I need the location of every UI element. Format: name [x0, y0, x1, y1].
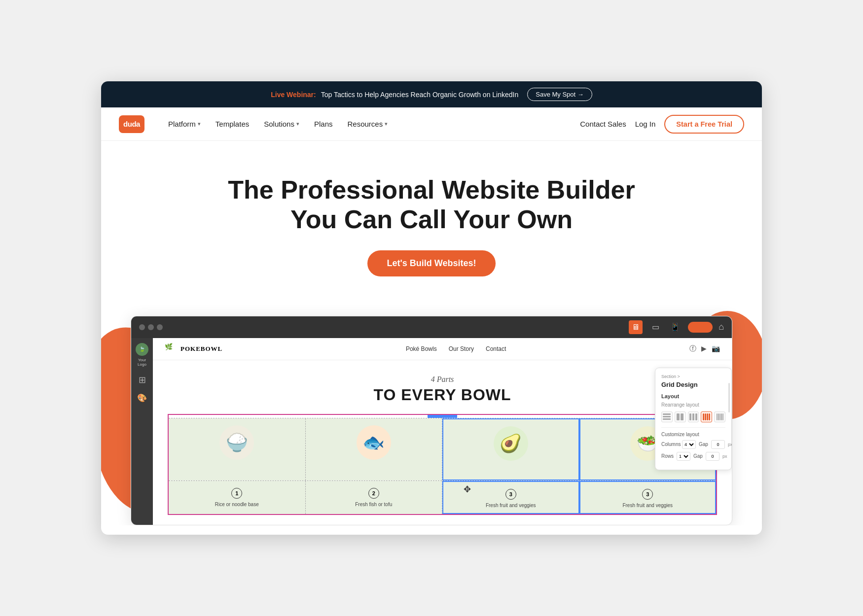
- contact-sales-link[interactable]: Contact Sales: [580, 120, 626, 128]
- youtube-icon[interactable]: ▶: [701, 344, 707, 353]
- grid-label-cell-4: 3 Fresh fruit and veggies: [579, 481, 717, 514]
- grid-cell-1: 🍚: [169, 418, 306, 480]
- announcement-text: Top Tactics to Help Agencies Reach Organ…: [321, 91, 519, 99]
- pokebowl-logo: 🌿 POKEBOWL: [165, 343, 222, 355]
- columns-field-row: Columns 4 1 2 3 Gap px: [661, 440, 725, 449]
- panel-title: Grid Design: [661, 381, 725, 388]
- grid-cell-2: 🐟: [306, 418, 443, 480]
- nav-templates[interactable]: Templates: [210, 116, 255, 132]
- site-nav-story[interactable]: Our Story: [449, 345, 474, 352]
- start-trial-button[interactable]: Start a Free Trial: [664, 115, 744, 134]
- item-number-4: 3: [642, 489, 653, 500]
- grid-labels-row: 1 Rice or noodle base 2 Fresh fish or to…: [169, 480, 716, 514]
- row-gap-label: Gap: [693, 453, 703, 459]
- layout-2col[interactable]: [675, 411, 686, 422]
- solutions-chevron-icon: ▾: [296, 121, 299, 127]
- chrome-dot-1: [139, 324, 145, 330]
- nav-right: Contact Sales Log In Start a Free Trial: [580, 115, 744, 134]
- publish-toggle[interactable]: [688, 322, 713, 333]
- layout-3col[interactable]: [688, 411, 699, 422]
- item-number-3: 3: [505, 489, 516, 500]
- grid-label-cell-2: 2 Fresh fish or tofu: [306, 481, 443, 514]
- col-gap-unit: px: [728, 442, 732, 447]
- columns-label: Columns: [661, 442, 679, 447]
- nav-solutions[interactable]: Solutions ▾: [258, 116, 305, 132]
- chrome-dot-3: [157, 324, 163, 330]
- layout-custom[interactable]: [714, 411, 725, 422]
- panel-scrollbar[interactable]: [728, 383, 730, 412]
- layers-icon[interactable]: ⊞: [139, 375, 146, 385]
- facebook-icon[interactable]: ⓕ: [689, 344, 696, 353]
- item-number-1: 1: [231, 488, 242, 499]
- desktop-icon[interactable]: 🖥: [629, 320, 643, 334]
- logo-wrap[interactable]: duda: [119, 115, 144, 133]
- instagram-icon[interactable]: 📷: [712, 344, 720, 353]
- tablet-icon[interactable]: ▭: [648, 320, 662, 334]
- item-label-2: Fresh fish or tofu: [355, 502, 392, 507]
- nav-plans[interactable]: Plans: [308, 116, 339, 132]
- layout-label: Layout: [661, 393, 725, 399]
- rice-image: 🍚: [219, 425, 254, 460]
- home-icon[interactable]: ⌂: [719, 322, 724, 332]
- grid-label-cell-3: 3 Fresh fruit and veggies: [442, 481, 579, 514]
- col-gap-input[interactable]: [711, 440, 725, 449]
- nav-links: Platform ▾ Templates Solutions ▾ Plans R…: [162, 116, 580, 132]
- hero-cta-button[interactable]: Let's Build Websites!: [367, 250, 496, 276]
- item-label-3: Fresh fruit and veggies: [486, 503, 536, 508]
- duda-logo[interactable]: duda: [119, 115, 144, 133]
- col-gap-label: Gap: [699, 442, 708, 447]
- nav-platform[interactable]: Platform ▾: [162, 116, 207, 132]
- mobile-icon[interactable]: 📱: [668, 320, 682, 334]
- grid-label-cell-1: 1 Rice or noodle base: [169, 481, 306, 514]
- item-label-1: Rice or noodle base: [215, 502, 259, 507]
- builder-body: 🍃 YourLogo ⊞ 🎨 🌿 POKEBOWL: [131, 338, 732, 525]
- site-preview-area: 🌿 POKEBOWL Poké Bowls Our Story Contact …: [153, 338, 732, 525]
- site-nav-poke[interactable]: Poké Bowls: [406, 345, 437, 352]
- design-panel: Section > Grid Design Layout Rearrange l…: [655, 368, 732, 470]
- layout-1col[interactable]: [661, 411, 673, 422]
- site-logo-icon: 🍃: [136, 343, 148, 356]
- browser-window: Live Webinar: Top Tactics to Help Agenci…: [101, 81, 762, 535]
- row-gap-input[interactable]: [706, 452, 719, 461]
- rows-label: Rows: [661, 453, 674, 459]
- layout-options: [661, 411, 725, 422]
- bowl-subtitle: 4 Parts: [163, 375, 722, 384]
- drag-handle-icon[interactable]: ✥: [464, 484, 471, 495]
- site-nav-contact[interactable]: Contact: [486, 345, 506, 352]
- announcement-bar: Live Webinar: Top Tactics to Help Agenci…: [101, 81, 762, 107]
- bowl-title: TO EVERY BOWL: [163, 386, 722, 404]
- customize-label: Customize layout: [661, 432, 725, 437]
- site-nav-links: Poké Bowls Our Story Contact: [406, 345, 506, 352]
- builder-window: 🖥 ▭ 📱 ⌂ 🍃 YourLogo ⊞ 🎨: [131, 316, 732, 525]
- login-link[interactable]: Log In: [635, 120, 656, 128]
- builder-logo-text: YourLogo: [138, 358, 146, 367]
- builder-section: 🖥 ▭ 📱 ⌂ 🍃 YourLogo ⊞ 🎨: [101, 296, 762, 525]
- grid-images-row: 🍚 🐟 🥑 ✥ 🥗: [169, 418, 716, 480]
- rearrange-label: Rearrange layout: [661, 402, 725, 408]
- live-webinar-label: Live Webinar:: [271, 91, 316, 99]
- hero-title: The Professional Website Builder You Can…: [121, 175, 742, 235]
- bowl-content: 4 Parts TO EVERY BOWL 🍚 🐟: [153, 360, 732, 525]
- fish-image: 🐟: [357, 425, 391, 460]
- builder-chrome-bar: 🖥 ▭ 📱 ⌂: [131, 316, 732, 338]
- grid-cell-3: 🥑 ✥: [442, 418, 579, 480]
- builder-sidebar: 🍃 YourLogo ⊞ 🎨: [131, 338, 153, 525]
- chrome-window-dots: [139, 324, 163, 330]
- nav-resources[interactable]: Resources ▾: [341, 116, 394, 132]
- layout-4col[interactable]: [701, 411, 712, 422]
- site-social-icons: ⓕ ▶ 📷: [689, 344, 720, 353]
- chrome-dot-2: [148, 324, 154, 330]
- chrome-device-icons: 🖥 ▭ 📱 ⌂: [629, 320, 724, 334]
- save-spot-button[interactable]: Save My Spot →: [527, 88, 592, 101]
- navbar: duda Platform ▾ Templates Solutions ▾ Pl…: [101, 107, 762, 141]
- platform-chevron-icon: ▾: [198, 121, 201, 127]
- rows-select[interactable]: 1 2 3: [677, 452, 690, 461]
- builder-logo-area: 🍃 YourLogo: [136, 343, 148, 367]
- site-navbar: 🌿 POKEBOWL Poké Bowls Our Story Contact …: [153, 338, 732, 360]
- avocado-image: 🥑: [494, 426, 528, 461]
- rows-field-row: Rows 1 2 3 Gap px: [661, 452, 725, 461]
- styles-icon[interactable]: 🎨: [137, 393, 147, 403]
- columns-select[interactable]: 4 1 2 3: [682, 440, 696, 449]
- resources-chevron-icon: ▾: [385, 121, 388, 127]
- panel-divider: [661, 427, 725, 428]
